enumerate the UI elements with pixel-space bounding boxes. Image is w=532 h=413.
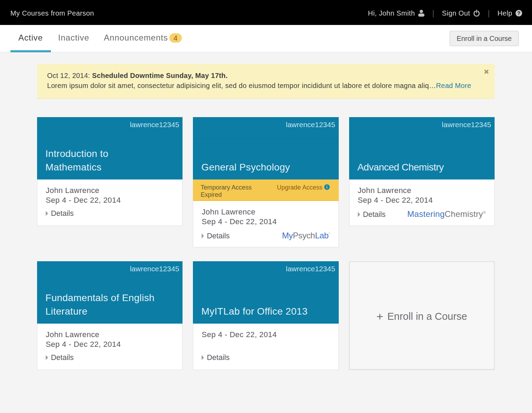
svg-text:?: ?	[517, 10, 521, 16]
